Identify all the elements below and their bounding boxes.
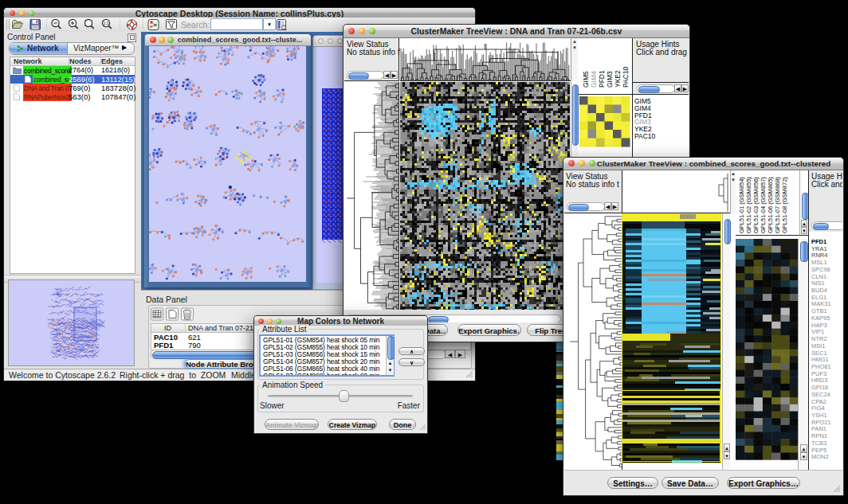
svg-text:1:1: 1:1 [104, 21, 109, 25]
